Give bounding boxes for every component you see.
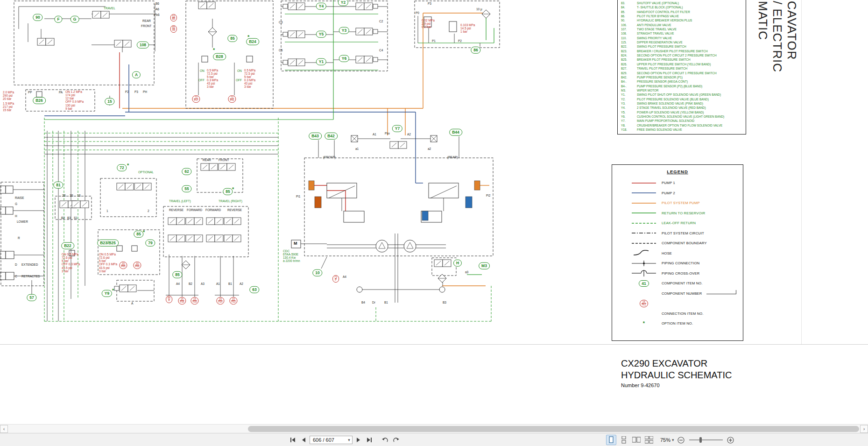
schematic-label: 2 [148,209,149,212]
component-list-row: B22.SWING PILOT PRESSURE SWITCH [618,44,746,49]
drawing-title-line2: HYDRAULIC SCHEMATIC [621,369,732,381]
next-page-button[interactable] [354,435,363,445]
component-oval-90: 90 [33,14,42,21]
horizontal-scrollbar-thumb[interactable] [248,426,859,432]
schematic-label: P3 [428,2,431,5]
first-page-button[interactable] [288,435,297,445]
component-oval-85: 85 [227,35,237,42]
component-oval-y4: Y4 [316,3,326,10]
previous-page-button[interactable] [299,435,308,445]
schematic-label: FORWARD [187,208,202,212]
schematic-label: 2S [62,194,66,197]
schematic-value-block: 0.3 MPa 43 psi 3 bar [244,78,255,88]
schematic-label: C3 [279,21,282,24]
schematic-label: B1 [384,301,388,304]
legend-row: PIPING CONNECTION [612,258,743,269]
component-list-no: B4-. [618,84,637,88]
page-number-value[interactable]: 606 / 607 [310,437,346,443]
component-list-no: 83. [618,1,637,5]
rotated-title-line: / ELECTRIC [770,1,784,72]
schematic-label: EXTENDED [21,263,38,266]
drawing-title-line1: CX290 EXCAVATOR [621,358,732,369]
zoom-dropdown-caret-icon[interactable]: ▾ [672,438,674,442]
zoom-in-button[interactable] [726,435,735,445]
two-page-view-button[interactable] [631,435,642,445]
component-list-desc: TWO STAGE TRAVEL VALVE [637,27,677,31]
component-oval-57: 57 [27,294,36,301]
legend-swatch-line [631,199,657,207]
component-list-desc: MAIN PUMP PROPORTIONAL SOLENOID [637,119,694,123]
legend-label: COMPONENT ITEM NO. [662,281,703,285]
component-list-no: 107. [618,27,637,31]
component-list-row: 85.HAND/FOOT CONTROL PILOT FILTER [618,10,746,14]
option-item-star-icon: * [232,187,234,192]
schematic-label: R [18,236,20,240]
single-page-view-button[interactable] [606,435,616,445]
legend-row: 15Pb1 [612,298,743,309]
next-view-button[interactable] [391,435,401,445]
schematic-label: REVERSE [169,208,183,212]
schematic-label: B3 [443,301,446,304]
component-oval-b43: B43 [309,133,322,140]
zoom-slider-track[interactable] [689,439,723,440]
last-page-button[interactable] [365,435,374,445]
schematic-label: Pi1 [296,195,300,198]
schematic-label: FRONT [141,24,151,28]
component-oval-b26: B26 [33,97,46,104]
title-block: CX290 EXCAVATOR HYDRAULIC SCHEMATIC Numb… [621,358,732,388]
legend-row: PILOT SYSTEM CIRCUIT [612,228,743,239]
schematic-value-block: 0.5 MPa 72.5 psi 5 bar [244,69,255,78]
component-oval-b44: B44 [449,129,462,136]
component-oval-y3: Y3 [339,27,349,34]
component-list-desc: WIPER MOTOR [637,88,658,92]
zoom-slider-thumb[interactable] [699,437,702,443]
schematic-label: OPTIONAL [138,170,154,174]
page-dropdown-caret-icon[interactable]: ▾ [346,438,352,442]
previous-view-button[interactable] [381,435,390,445]
legend-label: PIPING CONNECTION [662,261,699,265]
scroll-right-button[interactable]: › [860,425,868,433]
schematic-label: a3 [465,270,468,274]
component-list-no: Y8. [618,123,637,127]
legend-label: HOSE [662,251,672,255]
component-list-desc: PUMP PRESSURE SENSOR (P2) (BLUE BAND) [637,84,702,88]
component-list-no: Y6. [618,114,637,119]
continuous-view-button[interactable] [619,435,629,445]
legend-label: PUMP 2 [662,191,675,195]
component-oval-a: A [132,71,141,78]
page-number-input[interactable]: 606 / 607 ▾ [310,436,353,444]
schematic-label: TRAVEL (LEFT) [169,199,191,203]
legend-row: PILOT SYSTEM PUMP [612,198,743,208]
scroll-left-button[interactable]: ‹ [0,425,8,433]
two-page-continuous-view-button[interactable] [644,435,654,445]
component-list-no: 86. [618,14,637,18]
connection-oval-15-p65: 15P65 [119,262,127,269]
zoom-out-button[interactable] [677,435,686,445]
schematic-label: G [15,202,17,205]
component-oval-85: 85 [172,271,182,278]
zoom-slider[interactable] [689,435,723,445]
component-oval-b22: B22 [61,242,74,249]
connection-oval-73-p17: 73P17 [192,95,200,103]
component-list-desc: ANTI PENDULUM VALVE [637,23,671,27]
component-oval-y9: Y9 [102,290,112,297]
component-oval-15: 15 [105,98,114,105]
component-list-desc: PUMP PRESSURE SENSOR (P1) [637,75,683,79]
rotated-title-line: CAVATOR [784,1,799,72]
component-list-row: M3.WIPER MOTOR [618,88,746,92]
connection-oval-15-p35: 15P35 [191,297,198,304]
zoom-level-select[interactable]: 75% ▾ [660,437,674,443]
component-list-row: B42.PUMP PRESSURE SENSOR (P1) [618,75,746,79]
component-oval-y5: Y5 [316,31,326,38]
legend-label: OPTION ITEM NO. [662,321,693,326]
rotated-page-title: CAVATOR/ ELECTRICMATIC [755,1,799,72]
component-list-no: M3. [618,88,637,92]
component-list-desc: TRAVEL PILOT PRESSURE SWITCH [637,66,687,71]
schematic-label: C5 [279,49,282,52]
legend-label: PILOT SYSTEM PUMP [662,201,700,205]
component-oval-81: 81 [53,182,63,189]
horizontal-scrollbar[interactable]: ‹ › [0,424,868,433]
zoom-level-value[interactable]: 75% [660,437,670,443]
component-list-desc: T- SHUTTLE BLOCK (OPTIONAL) [637,5,683,9]
component-list-row: B24.SECOND OPTION PILOT CIRCUIT 2 PRESSU… [618,53,746,57]
